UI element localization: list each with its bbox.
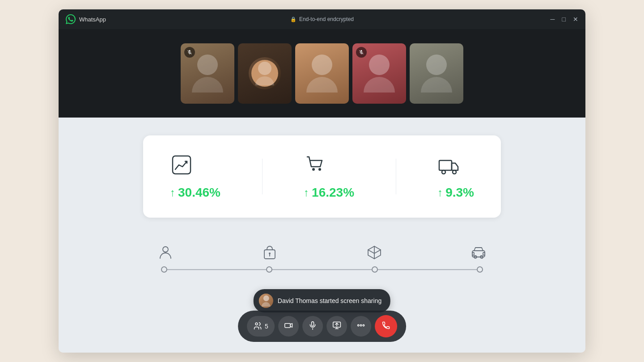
more-options-icon bbox=[356, 321, 365, 332]
participant-video-1[interactable] bbox=[181, 43, 234, 104]
end-call-icon bbox=[381, 321, 390, 332]
stats-card: ↑ 30.46% ↑ 16.23% bbox=[143, 135, 501, 218]
stat-divider-1 bbox=[262, 159, 263, 194]
participant-video-5[interactable] bbox=[410, 43, 463, 104]
arrow-up-cart: ↑ bbox=[304, 186, 309, 199]
screen-share-icon bbox=[332, 321, 341, 332]
participants-button[interactable]: 5 bbox=[247, 316, 275, 337]
flow-icons bbox=[143, 244, 501, 261]
stat-divider-2 bbox=[396, 159, 396, 194]
svg-rect-17 bbox=[311, 322, 314, 326]
flow-icon-car bbox=[465, 244, 492, 261]
flow-icon-bag bbox=[256, 244, 283, 261]
participant-video-3[interactable] bbox=[295, 43, 349, 104]
camera-button[interactable] bbox=[278, 316, 299, 337]
avatar-3 bbox=[295, 43, 349, 104]
stat-value-revenue: ↑ 30.46% bbox=[170, 185, 220, 200]
encryption-label: End-to-end endcrypted bbox=[299, 16, 354, 22]
svg-marker-16 bbox=[290, 324, 292, 327]
svg-point-14 bbox=[255, 323, 258, 325]
svg-point-6 bbox=[163, 247, 168, 252]
main-content: ↑ 30.46% ↑ 16.23% bbox=[59, 118, 585, 353]
svg-rect-15 bbox=[285, 324, 291, 328]
stat-value-delivery: ↑ 9.3% bbox=[437, 185, 474, 200]
chart-icon bbox=[170, 153, 193, 178]
toast-message: David Thomas started screen sharing bbox=[278, 297, 381, 304]
flow-timeline bbox=[143, 266, 501, 273]
flow-icon-person bbox=[152, 244, 179, 261]
screen-share-button[interactable] bbox=[326, 316, 347, 337]
flow-dot-4 bbox=[477, 266, 483, 273]
flow-section bbox=[143, 244, 501, 273]
window-controls: ─ □ ✕ bbox=[551, 16, 578, 22]
participants-icon bbox=[253, 321, 262, 332]
flow-dots bbox=[161, 266, 483, 273]
camera-icon bbox=[284, 321, 293, 332]
encryption-indicator: 🔒 End-to-end endcrypted bbox=[290, 16, 354, 22]
maximize-button[interactable]: □ bbox=[562, 16, 566, 22]
close-button[interactable]: ✕ bbox=[573, 16, 578, 22]
screen-share-toast: David Thomas started screen sharing bbox=[254, 289, 390, 312]
stat-value-cart: ↑ 16.23% bbox=[304, 185, 354, 200]
arrow-up-delivery: ↑ bbox=[437, 186, 443, 199]
toast-avatar bbox=[259, 294, 273, 308]
stat-item-revenue: ↑ 30.46% bbox=[170, 153, 220, 200]
svg-point-23 bbox=[363, 324, 364, 326]
svg-point-1 bbox=[312, 168, 315, 171]
participants-count: 5 bbox=[265, 323, 268, 330]
call-controls-bar: 5 bbox=[238, 311, 406, 342]
app-window: WhatsApp 🔒 End-to-end endcrypted ─ □ ✕ bbox=[59, 9, 585, 353]
svg-rect-13 bbox=[483, 253, 485, 255]
svg-point-2 bbox=[318, 168, 321, 171]
flow-dot-3 bbox=[372, 266, 378, 273]
stat-item-delivery: ↑ 9.3% bbox=[437, 153, 474, 200]
truck-icon bbox=[437, 153, 461, 178]
cart-icon bbox=[304, 153, 327, 178]
svg-rect-3 bbox=[439, 160, 452, 170]
microphone-button[interactable] bbox=[302, 316, 323, 337]
microphone-icon bbox=[308, 321, 317, 332]
svg-rect-12 bbox=[472, 253, 474, 255]
flow-icon-box bbox=[361, 244, 388, 261]
arrow-up-revenue: ↑ bbox=[170, 186, 175, 199]
more-options-button[interactable] bbox=[351, 316, 371, 337]
mute-badge-1 bbox=[184, 47, 195, 58]
end-call-button[interactable] bbox=[375, 315, 397, 337]
avatar-5 bbox=[410, 43, 463, 104]
app-logo: WhatsApp bbox=[66, 14, 106, 24]
stat-item-cart: ↑ 16.23% bbox=[304, 153, 354, 200]
svg-point-4 bbox=[442, 170, 445, 174]
avatar-2-wrap bbox=[238, 43, 292, 104]
app-title: WhatsApp bbox=[79, 16, 106, 23]
svg-point-21 bbox=[357, 324, 359, 326]
participant-video-4[interactable] bbox=[352, 43, 406, 104]
lock-icon: 🔒 bbox=[290, 17, 297, 22]
participant-video-2[interactable] bbox=[238, 43, 292, 104]
minimize-button[interactable]: ─ bbox=[551, 16, 555, 22]
title-bar: WhatsApp 🔒 End-to-end endcrypted ─ □ ✕ bbox=[59, 9, 585, 29]
svg-rect-0 bbox=[173, 156, 191, 174]
svg-point-5 bbox=[453, 170, 456, 174]
flow-dot-2 bbox=[266, 266, 272, 273]
avatar-circle-2 bbox=[249, 57, 281, 89]
whatsapp-icon bbox=[66, 14, 76, 24]
svg-point-22 bbox=[360, 324, 361, 326]
flow-dot-1 bbox=[161, 266, 167, 273]
mute-badge-4 bbox=[356, 47, 367, 58]
video-strip bbox=[59, 29, 585, 118]
